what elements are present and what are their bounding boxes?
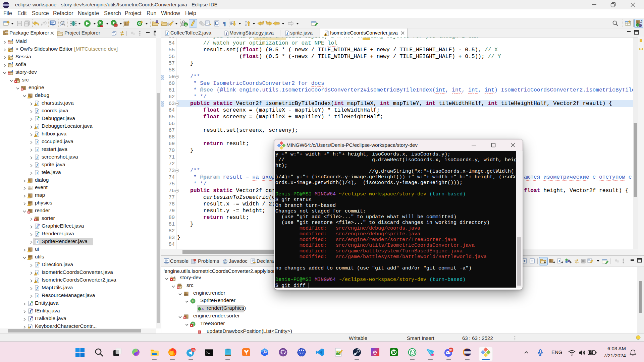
svg-text:J: J (173, 276, 175, 279)
svg-text:J: J (36, 140, 38, 144)
svg-text:J: J (286, 32, 288, 36)
svg-text:A: A (38, 116, 40, 119)
svg-text:C: C (192, 299, 194, 303)
svg-text:J: J (36, 171, 38, 175)
svg-text:E: E (38, 262, 39, 264)
svg-text:J: J (226, 32, 227, 36)
svg-text:J: J (30, 310, 31, 313)
svg-text:J: J (36, 156, 38, 160)
svg-text:A: A (38, 231, 40, 234)
svg-text:J: J (36, 263, 38, 267)
svg-text:J: J (11, 70, 13, 73)
svg-text:J: J (36, 287, 38, 290)
svg-text:@: @ (222, 259, 227, 264)
svg-text:¶: ¶ (223, 20, 226, 27)
svg-text:J: J (558, 259, 560, 263)
svg-text:J: J (36, 110, 38, 113)
svg-text:J: J (11, 47, 13, 50)
svg-text:J: J (36, 240, 38, 244)
svg-text:J: J (36, 294, 38, 298)
svg-text:J: J (166, 32, 168, 36)
svg-text:J: J (11, 62, 13, 65)
svg-text:J: J (30, 317, 31, 321)
svg-text:M: M (9, 62, 11, 65)
svg-text:A: A (31, 301, 33, 303)
svg-text:J: J (36, 164, 38, 167)
svg-text:J: J (11, 54, 13, 57)
svg-text:J: J (11, 39, 13, 42)
svg-text:9+: 9+ (449, 348, 453, 352)
svg-text:J: J (640, 20, 643, 24)
svg-text:..02: ..02 (191, 348, 196, 351)
svg-text:J: J (36, 148, 38, 152)
svg-text:C: C (185, 23, 187, 26)
svg-text:J: J (36, 225, 38, 229)
